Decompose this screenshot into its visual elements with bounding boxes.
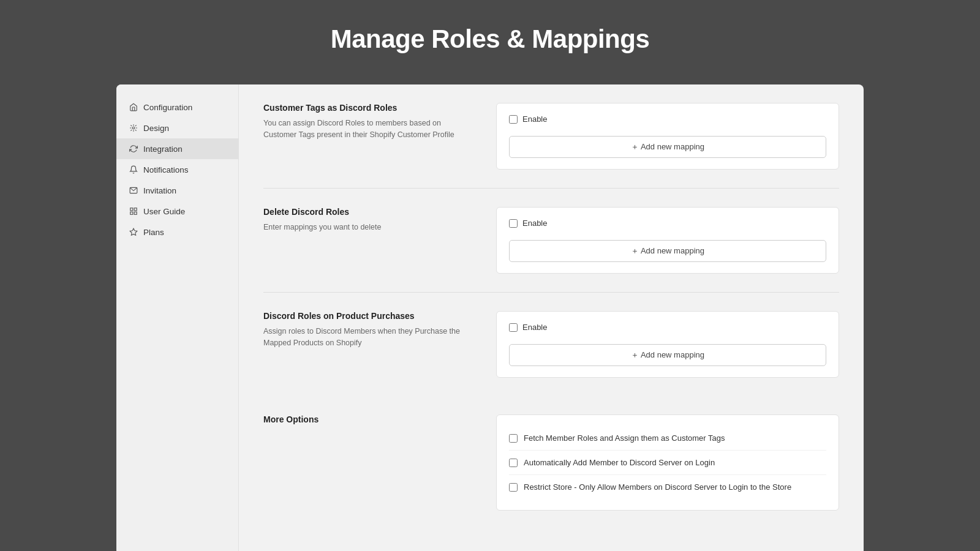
add-mapping-button-product-purchases[interactable]: ＋ Add new mapping	[509, 344, 826, 366]
section-title-delete-roles: Delete Discord Roles	[263, 207, 472, 217]
page-title: Manage Roles & Mappings	[12, 24, 968, 54]
sidebar-item-label: Design	[143, 124, 169, 133]
home-icon	[129, 102, 138, 112]
option-row-restrict-store: Restrict Store - Only Allow Members on D…	[509, 475, 826, 499]
option-label-fetch-roles: Fetch Member Roles and Assign them as Cu…	[524, 433, 725, 443]
sidebar-item-invitation[interactable]: Invitation	[116, 180, 238, 201]
sidebar-item-plans[interactable]: Plans	[116, 222, 238, 242]
enable-checkbox-product-purchases[interactable]	[509, 323, 518, 332]
section-customer-tags: Customer Tags as Discord Roles You can a…	[263, 103, 839, 189]
enable-row-product-purchases: Enable	[509, 323, 826, 332]
section-desc-customer-tags: You can assign Discord Roles to members …	[263, 118, 472, 141]
more-options-section: More Options Fetch Member Roles and Assi…	[263, 414, 839, 529]
option-checkbox-restrict-store[interactable]	[509, 483, 518, 492]
sidebar-item-label: Notifications	[143, 165, 189, 174]
enable-label-customer-tags: Enable	[522, 114, 547, 124]
sidebar-item-label: User Guide	[143, 207, 185, 216]
svg-line-8	[135, 125, 137, 126]
svg-marker-14	[130, 228, 137, 235]
sidebar-item-user-guide[interactable]: User Guide	[116, 201, 238, 222]
option-row-auto-add: Automatically Add Member to Discord Serv…	[509, 451, 826, 475]
section-title-product-purchases: Discord Roles on Product Purchases	[263, 311, 472, 321]
section-left-customer-tags: Customer Tags as Discord Roles You can a…	[263, 103, 472, 170]
svg-rect-12	[130, 212, 133, 214]
bell-icon	[129, 165, 138, 174]
sidebar-item-label: Invitation	[143, 186, 176, 195]
section-desc-delete-roles: Enter mappings you want to delete	[263, 222, 472, 233]
envelope-icon	[129, 186, 138, 195]
enable-label-delete-roles: Enable	[522, 219, 547, 228]
option-checkbox-fetch-roles[interactable]	[509, 434, 518, 443]
sidebar-item-design[interactable]: Design	[116, 118, 238, 138]
enable-row-customer-tags: Enable	[509, 114, 826, 124]
enable-label-product-purchases: Enable	[522, 323, 547, 332]
design-icon	[129, 123, 138, 133]
section-left-delete-roles: Delete Discord Roles Enter mappings you …	[263, 207, 472, 274]
svg-point-0	[132, 127, 135, 129]
content-area: Customer Tags as Discord Roles You can a…	[239, 84, 864, 551]
svg-rect-11	[134, 208, 137, 211]
add-mapping-button-customer-tags[interactable]: ＋ Add new mapping	[509, 136, 826, 158]
option-checkbox-auto-add[interactable]	[509, 459, 518, 467]
section-panel-customer-tags: Enable ＋ Add new mapping	[496, 103, 839, 170]
enable-row-delete-roles: Enable	[509, 219, 826, 228]
sidebar-item-label: Integration	[143, 144, 183, 154]
sidebar-item-label: Plans	[143, 228, 164, 237]
option-row-fetch-roles: Fetch Member Roles and Assign them as Cu…	[509, 426, 826, 451]
option-label-restrict-store: Restrict Store - Only Allow Members on D…	[524, 482, 791, 492]
sidebar-item-notifications[interactable]: Notifications	[116, 159, 238, 180]
section-product-purchases: Discord Roles on Product Purchases Assig…	[263, 311, 839, 396]
svg-line-3	[130, 125, 132, 126]
option-label-auto-add: Automatically Add Member to Discord Serv…	[524, 458, 715, 467]
svg-line-4	[135, 130, 137, 131]
sidebar-item-integration[interactable]: Integration	[116, 138, 238, 159]
svg-rect-10	[130, 208, 133, 211]
more-options-title: More Options	[263, 414, 472, 424]
svg-line-7	[130, 130, 132, 131]
section-left-product-purchases: Discord Roles on Product Purchases Assig…	[263, 311, 472, 378]
add-mapping-button-delete-roles[interactable]: ＋ Add new mapping	[509, 240, 826, 262]
section-desc-product-purchases: Assign roles to Discord Members when the…	[263, 326, 472, 349]
sidebar: Configuration Design Integration Notific…	[116, 84, 239, 551]
enable-checkbox-customer-tags[interactable]	[509, 115, 518, 124]
sidebar-item-label: Configuration	[143, 103, 192, 112]
integration-icon	[129, 144, 138, 154]
svg-rect-13	[134, 212, 137, 214]
star-icon	[129, 227, 138, 237]
section-title-customer-tags: Customer Tags as Discord Roles	[263, 103, 472, 113]
enable-checkbox-delete-roles[interactable]	[509, 219, 518, 228]
sidebar-item-configuration[interactable]: Configuration	[116, 97, 238, 118]
section-panel-product-purchases: Enable ＋ Add new mapping	[496, 311, 839, 378]
grid-icon	[129, 206, 138, 216]
section-panel-delete-roles: Enable ＋ Add new mapping	[496, 207, 839, 274]
section-delete-roles: Delete Discord Roles Enter mappings you …	[263, 207, 839, 293]
more-options-panel: Fetch Member Roles and Assign them as Cu…	[496, 414, 839, 511]
